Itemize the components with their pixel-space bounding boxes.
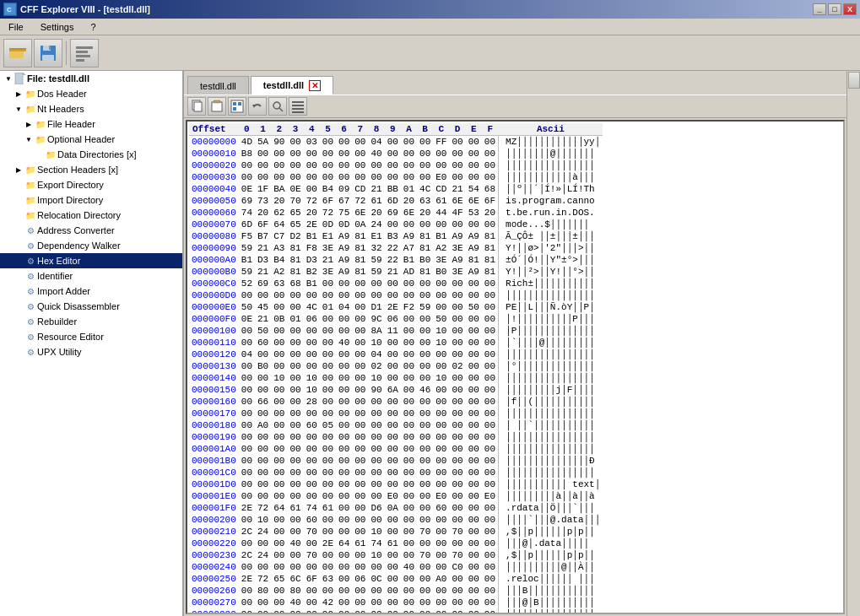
hex-byte[interactable]: 00 [287, 455, 303, 467]
hex-byte[interactable]: 50 [255, 325, 271, 337]
hex-byte[interactable]: 00 [482, 360, 499, 372]
hex-byte[interactable]: 01 [401, 183, 417, 195]
hex-byte[interactable]: 6E [401, 207, 417, 219]
hex-byte[interactable]: 02 [449, 360, 465, 372]
hex-byte[interactable]: 72 [320, 207, 336, 219]
hex-byte[interactable]: 00 [287, 349, 303, 360]
hex-byte[interactable]: 00 [482, 159, 499, 171]
hex-byte[interactable]: 75 [336, 207, 352, 219]
hex-byte[interactable]: 00 [336, 608, 352, 614]
hex-byte[interactable]: 00 [433, 384, 449, 396]
hex-byte[interactable]: 00 [449, 502, 465, 514]
hex-byte[interactable]: 50 [433, 313, 449, 325]
hex-byte[interactable]: 00 [336, 349, 352, 360]
hex-byte[interactable]: 00 [466, 478, 482, 490]
hex-byte[interactable]: 00 [482, 136, 499, 149]
hex-byte[interactable]: B4 [320, 183, 336, 195]
hex-byte[interactable]: 00 [401, 455, 417, 467]
hex-byte[interactable]: 00 [417, 608, 433, 614]
hex-byte[interactable]: 00 [352, 514, 368, 526]
hex-byte[interactable]: A9 [466, 266, 482, 278]
hex-byte[interactable]: A9 [449, 254, 465, 266]
hex-byte[interactable]: 50 [239, 301, 255, 313]
hex-byte[interactable]: 00 [433, 467, 449, 478]
hex-byte[interactable]: 70 [304, 526, 320, 538]
hex-byte[interactable]: 00 [271, 171, 287, 183]
hex-byte[interactable]: 00 [239, 337, 255, 349]
hex-byte[interactable]: 00 [336, 573, 352, 585]
menu-help[interactable]: ? [85, 20, 100, 34]
hex-byte[interactable]: 8A [368, 325, 384, 337]
hex-byte[interactable]: 00 [352, 431, 368, 443]
hex-byte[interactable]: 00 [401, 467, 417, 478]
hex-byte[interactable]: 00 [304, 148, 320, 159]
hex-byte[interactable]: 00 [401, 159, 417, 171]
hex-byte[interactable]: 00 [482, 514, 499, 526]
hex-byte[interactable]: 00 [368, 490, 384, 502]
hex-byte[interactable]: 00 [304, 408, 320, 419]
hex-byte[interactable]: 32 [368, 242, 384, 254]
hex-byte[interactable]: 74 [304, 502, 320, 514]
copy-button[interactable] [187, 97, 206, 116]
menu-settings[interactable]: Settings [35, 20, 79, 34]
sidebar-item-rebuilder[interactable]: ⚙ Rebuilder [0, 314, 182, 329]
hex-byte[interactable]: 00 [320, 608, 336, 614]
hex-byte[interactable]: 00 [336, 490, 352, 502]
hex-byte[interactable]: B0 [417, 254, 433, 266]
hex-byte[interactable]: 24 [255, 549, 271, 561]
hex-byte[interactable]: 21 [368, 183, 384, 195]
hex-byte[interactable]: 00 [255, 467, 271, 478]
hex-byte[interactable]: 24 [255, 526, 271, 538]
hex-byte[interactable]: 00 [271, 585, 287, 597]
hex-byte[interactable]: 0A [352, 219, 368, 230]
hex-byte[interactable]: 00 [466, 419, 482, 431]
hex-byte[interactable]: 5A [255, 136, 271, 149]
vertical-scrollbar[interactable] [846, 71, 860, 616]
hex-byte[interactable]: 00 [287, 514, 303, 526]
hex-byte[interactable]: 00 [417, 502, 433, 514]
hex-byte[interactable]: 90 [271, 136, 287, 149]
hex-byte[interactable]: 21 [385, 266, 401, 278]
hex-byte[interactable]: 00 [352, 502, 368, 514]
hex-byte[interactable]: 20 [304, 207, 320, 219]
hex-byte[interactable]: 00 [320, 526, 336, 538]
hex-byte[interactable]: 00 [401, 549, 417, 561]
hex-byte[interactable]: 00 [352, 313, 368, 325]
hex-byte[interactable]: 00 [482, 289, 499, 301]
hex-byte[interactable]: 00 [417, 490, 433, 502]
hex-byte[interactable]: 00 [255, 171, 271, 183]
hex-byte[interactable]: 00 [417, 372, 433, 384]
hex-byte[interactable]: 21 [255, 313, 271, 325]
hex-byte[interactable]: 0E [239, 183, 255, 195]
hex-byte[interactable]: 00 [287, 337, 303, 349]
hex-byte[interactable]: 10 [433, 337, 449, 349]
hex-byte[interactable]: 00 [449, 467, 465, 478]
hex-byte[interactable]: 00 [239, 408, 255, 419]
hex-byte[interactable]: 00 [320, 148, 336, 159]
hex-byte[interactable]: 81 [287, 242, 303, 254]
hex-byte[interactable]: 00 [449, 443, 465, 455]
hex-byte[interactable]: 00 [417, 431, 433, 443]
hex-byte[interactable]: 00 [287, 443, 303, 455]
hex-byte[interactable]: 4F [449, 207, 465, 219]
hex-byte[interactable]: 00 [239, 171, 255, 183]
hex-byte[interactable]: 0D [336, 219, 352, 230]
hex-byte[interactable]: E1 [368, 230, 384, 242]
hex-byte[interactable]: 70 [304, 549, 320, 561]
hex-byte[interactable]: 00 [320, 159, 336, 171]
hex-byte[interactable]: 00 [352, 419, 368, 431]
hex-byte[interactable]: 00 [449, 608, 465, 614]
hex-byte[interactable]: 59 [239, 266, 255, 278]
hex-byte[interactable]: 00 [482, 538, 499, 549]
hex-byte[interactable]: 00 [482, 549, 499, 561]
hex-byte[interactable]: 40 [368, 148, 384, 159]
hex-byte[interactable]: 00 [287, 159, 303, 171]
hex-byte[interactable]: CD [352, 183, 368, 195]
hex-byte[interactable]: 00 [320, 408, 336, 419]
hex-byte[interactable]: 02 [368, 360, 384, 372]
hex-byte[interactable]: 00 [352, 608, 368, 614]
hex-byte[interactable]: 00 [433, 431, 449, 443]
hex-byte[interactable]: 00 [482, 372, 499, 384]
hex-byte[interactable]: 01 [320, 301, 336, 313]
hex-byte[interactable]: 00 [255, 608, 271, 614]
